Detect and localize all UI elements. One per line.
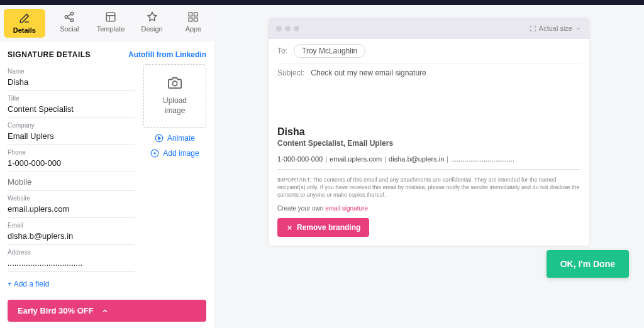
signature-fields: Name Title Company Phone (8, 64, 135, 288)
tab-details[interactable]: Details (4, 9, 45, 38)
autofill-linkedin-link[interactable]: Autofill from Linkedin (128, 50, 206, 59)
tab-label: Design (141, 25, 162, 33)
camera-icon (168, 76, 182, 90)
play-icon (155, 134, 164, 143)
field-name: Name (8, 64, 135, 91)
details-panel: SIGNATURE DETAILS Autofill from Linkedin… (0, 41, 214, 293)
actual-size-toggle[interactable]: Actual size (530, 25, 582, 32)
svg-point-0 (71, 13, 74, 16)
ok-done-button[interactable]: OK, I'm Done (547, 250, 629, 278)
left-sidebar: Details Social Template Design Apps SIGN… (0, 5, 214, 328)
design-icon (147, 11, 158, 23)
section-title: SIGNATURE DETAILS (8, 50, 91, 59)
preview-pane: Actual size To: Troy McLaughlin Subject:… (214, 5, 644, 328)
add-field-link[interactable]: + Add a field (8, 280, 135, 288)
svg-marker-14 (158, 137, 161, 140)
tab-label: Details (13, 26, 36, 34)
field-phone: Phone (8, 145, 135, 172)
tab-template[interactable]: Template (90, 5, 131, 41)
field-label: Company (8, 122, 135, 129)
email-signature-link[interactable]: email signature (325, 205, 368, 212)
promo-button[interactable]: Early Bird 30% OFF (8, 300, 206, 322)
phone-input[interactable] (8, 157, 135, 169)
field-address: Address (8, 245, 135, 272)
subject-label: Subject: (277, 68, 304, 77)
chevron-down-icon (575, 25, 582, 32)
email-input[interactable] (8, 230, 135, 242)
field-label: Title (8, 95, 135, 102)
recipient-pill: Troy McLaughlin (294, 44, 365, 58)
field-company: Company (8, 118, 135, 145)
tab-apps[interactable]: Apps (172, 5, 214, 41)
window-dots (276, 23, 303, 34)
field-label: Address (8, 249, 135, 256)
main-layout: Details Social Template Design Apps SIGN… (0, 5, 644, 328)
svg-point-1 (65, 16, 69, 19)
signature-name: Disha (277, 126, 580, 138)
mobile-input[interactable] (8, 176, 135, 188)
field-label: Phone (8, 149, 135, 156)
upload-label: Upload (163, 96, 187, 105)
svg-point-2 (71, 19, 74, 22)
mail-titlebar: Actual size (269, 18, 589, 39)
signature-contact-line: 1-000-000-000| email.uplers.com| disha.b… (277, 155, 580, 163)
field-website: Website (8, 191, 135, 218)
fullscreen-icon (530, 25, 536, 32)
add-image-link[interactable]: Add image (143, 149, 206, 158)
tab-label: Template (97, 25, 125, 33)
disclaimer-text: IMPORTANT: The contents of this email an… (277, 176, 580, 199)
create-your-own: Create your own email signature (277, 205, 580, 212)
tab-label: Apps (186, 25, 201, 33)
field-title: Title (8, 91, 135, 118)
field-email: Email (8, 218, 135, 245)
subject-value: Check out my new email signature (311, 68, 426, 77)
upload-image-box[interactable]: Upload image (143, 64, 206, 128)
tab-label: Social (60, 25, 79, 33)
mail-preview-window: Actual size To: Troy McLaughlin Subject:… (269, 18, 589, 246)
svg-rect-9 (194, 13, 197, 16)
field-label: Name (8, 68, 135, 75)
name-input[interactable] (8, 76, 135, 88)
title-input[interactable] (8, 103, 135, 115)
svg-rect-5 (106, 13, 115, 21)
apps-icon (187, 11, 199, 23)
signature-title: Content Specialist, Email Uplers (277, 139, 580, 148)
svg-point-12 (172, 81, 177, 85)
plus-icon (150, 149, 159, 158)
mail-header: To: Troy McLaughlin Subject: Check out m… (269, 39, 589, 82)
close-icon (286, 224, 293, 231)
svg-rect-10 (194, 18, 197, 21)
sidebar-tabs: Details Social Template Design Apps (0, 5, 214, 41)
address-input[interactable] (8, 257, 135, 269)
field-label: Website (8, 195, 135, 202)
website-input[interactable] (8, 203, 135, 215)
to-label: To: (277, 46, 287, 55)
app-header-strip (0, 0, 644, 5)
mail-body: Disha Content Specialist, Email Uplers 1… (269, 82, 589, 246)
remove-branding-button[interactable]: Remove branding (277, 218, 369, 237)
svg-line-4 (68, 14, 71, 16)
pencil-icon (19, 13, 30, 24)
svg-rect-11 (189, 18, 192, 21)
animate-link[interactable]: Animate (143, 134, 206, 143)
tab-social[interactable]: Social (49, 5, 91, 41)
field-label: Email (8, 222, 135, 229)
field-mobile (8, 172, 135, 191)
tab-design[interactable]: Design (131, 5, 173, 41)
share-icon (64, 11, 75, 23)
upload-label: image (165, 106, 186, 115)
svg-rect-8 (189, 13, 192, 16)
layout-icon (105, 11, 116, 23)
signature-divider (277, 169, 580, 170)
svg-line-3 (68, 18, 71, 19)
company-input[interactable] (8, 130, 135, 142)
chevron-up-icon (101, 307, 109, 315)
